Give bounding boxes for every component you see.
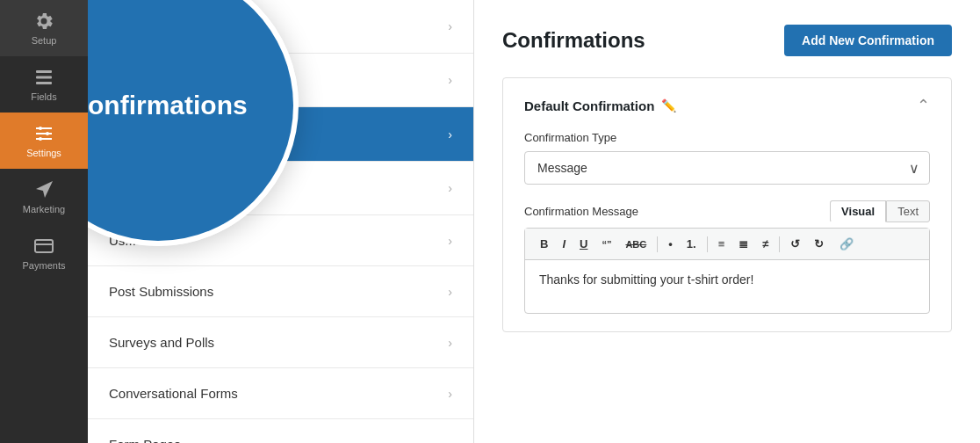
sidebar: Setup Fields Settings Marketing Payments xyxy=(0,0,88,443)
toolbar-blockquote[interactable]: “” xyxy=(595,236,617,253)
toolbar-sep-2 xyxy=(707,236,708,252)
svg-rect-2 xyxy=(36,82,52,84)
confirmation-type-select[interactable]: Message Redirect Page xyxy=(524,151,930,185)
sidebar-item-marketing-label: Marketing xyxy=(23,204,65,214)
middle-item-conversational-forms[interactable]: Conversational Forms › xyxy=(88,368,473,419)
tab-visual-button[interactable]: Visual xyxy=(830,200,886,222)
toolbar-redo[interactable]: ↻ xyxy=(808,234,830,254)
sidebar-item-payments[interactable]: Payments xyxy=(0,225,88,281)
sidebar-item-marketing[interactable]: Marketing xyxy=(0,169,88,225)
toolbar-sep-3 xyxy=(779,236,780,252)
right-panel: Confirmations Add New Confirmation Defau… xyxy=(474,0,980,443)
sidebar-item-payments-label: Payments xyxy=(23,260,66,271)
middle-item-surveys-label: Surveys and Polls xyxy=(109,335,214,350)
toolbar-align-left[interactable]: ≡ xyxy=(712,234,731,254)
svg-point-5 xyxy=(39,137,42,141)
svg-point-3 xyxy=(39,127,42,130)
editor-content[interactable]: Thanks for submitting your t-shirt order… xyxy=(525,260,929,313)
settings-icon xyxy=(33,123,54,144)
card-header: Default Confirmation ✏️ ⌃ xyxy=(524,96,930,115)
chevron-icon-surveys: › xyxy=(448,336,452,350)
toolbar-align-right[interactable]: ≠ xyxy=(756,234,775,254)
gear-icon xyxy=(33,11,54,32)
page-title: Confirmations xyxy=(502,28,645,53)
middle-item-conv-label: Conversational Forms xyxy=(109,386,238,401)
toolbar-bold[interactable]: B xyxy=(534,234,554,254)
svg-point-4 xyxy=(46,132,49,135)
card-title: Default Confirmation ✏️ xyxy=(524,98,676,113)
svg-rect-6 xyxy=(35,240,53,252)
collapse-icon[interactable]: ⌃ xyxy=(917,96,930,115)
tab-buttons: Visual Text xyxy=(830,200,930,222)
middle-item-post-submissions[interactable]: Post Submissions › xyxy=(88,266,473,317)
toolbar-align-center[interactable]: ≣ xyxy=(732,234,754,254)
chevron-icon-1: › xyxy=(448,19,452,33)
toolbar-undo[interactable]: ↺ xyxy=(784,234,806,254)
tab-text-button[interactable]: Text xyxy=(886,200,930,222)
middle-item-post-label: Post Submissions xyxy=(109,284,213,299)
toolbar-ul[interactable]: • xyxy=(662,234,679,254)
middle-panel: Confirmations › › Confirmations › › Us..… xyxy=(88,0,474,443)
editor-toolbar: B I U “” ABC • 1. ≡ ≣ ≠ ↺ ↻ 🔗 xyxy=(525,229,929,260)
middle-item-form-pages[interactable]: Form Pages › xyxy=(88,419,473,443)
sidebar-item-setup-label: Setup xyxy=(32,35,57,46)
svg-rect-0 xyxy=(36,70,52,73)
editor-wrapper: B I U “” ABC • 1. ≡ ≣ ≠ ↺ ↻ 🔗 Thanks for… xyxy=(524,228,930,314)
confirmation-type-label: Confirmation Type xyxy=(524,131,930,144)
confirmation-message-label: Confirmation Message xyxy=(524,205,638,218)
chevron-icon-2: › xyxy=(448,73,452,87)
toolbar-ol[interactable]: 1. xyxy=(681,234,703,254)
chevron-icon-conv: › xyxy=(448,387,452,401)
middle-item-form-label: Form Pages xyxy=(109,437,181,443)
add-new-confirmation-button[interactable]: Add New Confirmation xyxy=(784,25,952,56)
chevron-icon-user: › xyxy=(448,234,452,248)
toolbar-italic[interactable]: I xyxy=(556,234,572,254)
sidebar-item-setup[interactable]: Setup xyxy=(0,0,88,56)
toolbar-underline[interactable]: U xyxy=(573,234,594,254)
middle-item-surveys-and-polls[interactable]: Surveys and Polls › xyxy=(88,317,473,368)
sidebar-item-settings-label: Settings xyxy=(26,148,61,158)
toolbar-strikethrough[interactable]: ABC xyxy=(619,236,652,253)
select-wrapper: Message Redirect Page ∨ xyxy=(524,151,930,185)
confirmation-card: Default Confirmation ✏️ ⌃ Confirmation T… xyxy=(502,77,952,332)
card-title-text: Default Confirmation xyxy=(524,98,654,113)
payments-icon xyxy=(33,236,54,257)
toolbar-sep-1 xyxy=(657,236,658,252)
chevron-icon-post: › xyxy=(448,285,452,299)
sidebar-item-settings[interactable]: Settings xyxy=(0,113,88,169)
chevron-icon-confirmations: › xyxy=(448,127,452,142)
sidebar-item-fields-label: Fields xyxy=(31,91,56,102)
chevron-icon-form: › xyxy=(448,438,452,444)
marketing-icon xyxy=(33,179,54,200)
sidebar-item-fields[interactable]: Fields xyxy=(0,56,88,113)
svg-rect-1 xyxy=(36,76,52,79)
right-header: Confirmations Add New Confirmation xyxy=(502,25,952,56)
message-label-row: Confirmation Message Visual Text xyxy=(524,200,930,222)
toolbar-link[interactable]: 🔗 xyxy=(833,234,860,254)
edit-icon[interactable]: ✏️ xyxy=(661,98,676,113)
chevron-icon-4: › xyxy=(448,181,452,195)
fields-icon xyxy=(33,67,54,88)
